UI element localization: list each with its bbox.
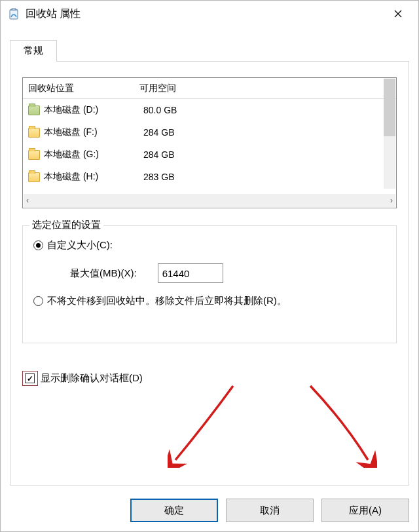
- ok-button[interactable]: 确定: [130, 499, 218, 522]
- annotation-arrow-icon: [168, 383, 240, 468]
- drive-space: 80.0 GB: [139, 105, 396, 115]
- drive-icon: [28, 128, 40, 138]
- radio-icon: [33, 296, 43, 306]
- window-title: 回收站 属性: [26, 7, 383, 21]
- properties-dialog: 回收站 属性 常规 回收站位置 可用空间 本地磁盘 (D:) 80.0 GB: [0, 0, 419, 532]
- group-legend: 选定位置的设置: [29, 219, 103, 231]
- tab-panel-general: 回收站位置 可用空间 本地磁盘 (D:) 80.0 GB 本地磁盘 (F:) 2…: [10, 61, 409, 485]
- close-button[interactable]: [383, 3, 413, 24]
- drive-icon: [28, 105, 40, 115]
- titlebar: 回收站 属性: [1, 1, 418, 27]
- apply-button[interactable]: 应用(A): [321, 499, 409, 522]
- drive-name: 本地磁盘 (F:): [44, 126, 139, 138]
- tab-general[interactable]: 常规: [10, 40, 57, 62]
- drive-icon: [28, 150, 40, 160]
- max-size-input[interactable]: [158, 263, 223, 283]
- radio-label: 自定义大小(C):: [47, 239, 113, 252]
- drive-name: 本地磁盘 (G:): [44, 149, 139, 161]
- table-row[interactable]: 本地磁盘 (G:) 284 GB: [23, 143, 396, 166]
- drive-icon: [28, 172, 40, 182]
- annotation-highlight: [22, 371, 38, 386]
- table-row[interactable]: 本地磁盘 (H:) 283 GB: [23, 166, 396, 188]
- drive-space: 283 GB: [139, 172, 396, 182]
- table-body: 本地磁盘 (D:) 80.0 GB 本地磁盘 (F:) 284 GB 本地磁盘 …: [23, 99, 396, 188]
- radio-label: 不将文件移到回收站中。移除文件后立即将其删除(R)。: [47, 295, 287, 307]
- annotation-arrow-icon: [299, 383, 377, 468]
- scroll-left-icon[interactable]: ‹: [26, 196, 29, 205]
- location-table: 回收站位置 可用空间 本地磁盘 (D:) 80.0 GB 本地磁盘 (F:) 2…: [22, 77, 397, 208]
- confirm-delete-row[interactable]: 显示删除确认对话框(D): [22, 371, 397, 386]
- drive-space: 284 GB: [139, 149, 396, 160]
- dialog-buttons: 确定 取消 应用(A): [1, 492, 418, 531]
- tabs-area: 常规 回收站位置 可用空间 本地磁盘 (D:) 80.0 GB 本地磁盘 (F:…: [1, 27, 418, 492]
- horizontal-scrollbar[interactable]: ‹ ›: [24, 194, 395, 207]
- col-available-space[interactable]: 可用空间: [136, 83, 396, 94]
- vertical-scrollbar[interactable]: [384, 79, 395, 189]
- radio-no-recycle[interactable]: 不将文件移到回收站中。移除文件后立即将其删除(R)。: [33, 295, 386, 307]
- recycle-bin-icon: [7, 7, 20, 20]
- scroll-right-icon[interactable]: ›: [390, 196, 393, 205]
- checkbox-label: 显示删除确认对话框(D): [41, 372, 143, 385]
- max-size-label: 最大值(MB)(X):: [70, 267, 137, 280]
- radio-custom-size[interactable]: 自定义大小(C):: [33, 239, 386, 252]
- checkbox-icon: [25, 373, 35, 383]
- max-size-row: 最大值(MB)(X):: [70, 263, 386, 283]
- drive-space: 284 GB: [139, 127, 396, 138]
- table-row[interactable]: 本地磁盘 (F:) 284 GB: [23, 121, 396, 143]
- table-header: 回收站位置 可用空间: [23, 78, 396, 99]
- col-location[interactable]: 回收站位置: [23, 83, 136, 94]
- drive-name: 本地磁盘 (D:): [44, 104, 139, 116]
- drive-name: 本地磁盘 (H:): [44, 171, 139, 183]
- radio-icon: [33, 240, 43, 250]
- table-row[interactable]: 本地磁盘 (D:) 80.0 GB: [23, 99, 396, 121]
- location-settings-group: 选定位置的设置 自定义大小(C): 最大值(MB)(X): 不将文件移到回收站中…: [22, 225, 397, 343]
- cancel-button[interactable]: 取消: [226, 499, 314, 522]
